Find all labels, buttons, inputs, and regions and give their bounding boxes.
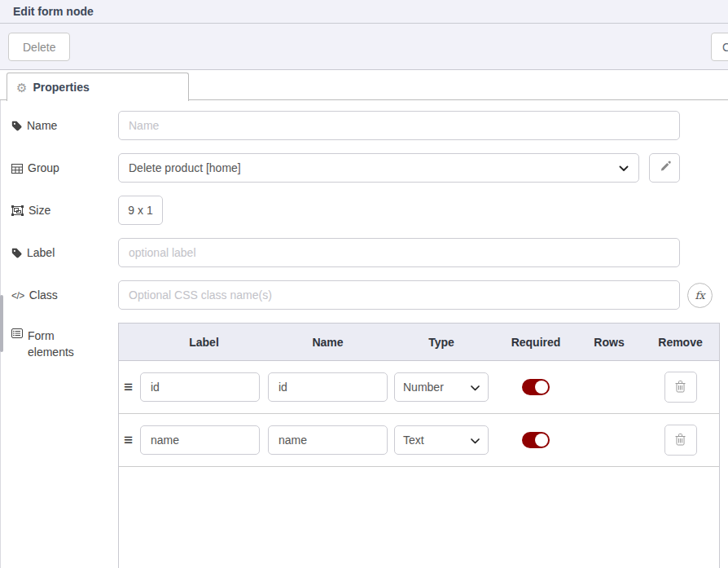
header-required: Required <box>495 324 577 360</box>
element-label-input[interactable] <box>140 425 260 455</box>
list-alt-icon <box>11 328 23 338</box>
drag-cell: ≡ <box>119 361 140 413</box>
header-type: Type <box>388 324 495 360</box>
toolbar: Delete Cancel <box>0 24 728 70</box>
size-label-text: Size <box>29 204 50 217</box>
element-type-select[interactable]: Text <box>394 425 489 455</box>
required-toggle[interactable] <box>522 379 550 395</box>
chevron-down-icon <box>471 434 480 447</box>
header-rows: Rows <box>577 324 642 360</box>
tab-bar: ⚙ Properties <box>0 70 728 100</box>
element-type-value: Text <box>403 434 424 447</box>
remove-element-button[interactable] <box>664 372 697 403</box>
form-elements-label-text: Form elements <box>28 328 81 361</box>
class-label-text: Class <box>29 288 58 302</box>
tag-icon <box>11 120 22 131</box>
name-input[interactable] <box>118 111 680 140</box>
drag-handle[interactable]: ≡ <box>119 378 133 396</box>
name-field-label: Name <box>11 119 118 132</box>
group-label-text: Group <box>28 161 59 174</box>
header-label: Label <box>140 324 268 360</box>
group-select-value: Delete product [home] <box>129 161 241 174</box>
dialog-title: Edit form node <box>13 5 94 18</box>
properties-panel: Name Group Delete product [home] <box>0 100 728 568</box>
tag-icon <box>11 247 22 258</box>
size-button[interactable]: 9 x 1 <box>118 196 163 225</box>
code-icon: </> <box>11 289 24 302</box>
label-field-label: Label <box>11 246 118 259</box>
edit-group-button[interactable] <box>649 153 680 183</box>
trash-icon <box>674 433 686 448</box>
group-field-label: Group <box>11 161 118 174</box>
label-input[interactable] <box>118 238 680 267</box>
class-field-label: </> Class <box>11 288 118 302</box>
drag-cell: ≡ <box>119 414 140 466</box>
table-row: ≡ Text <box>119 414 719 467</box>
header-spacer <box>119 324 140 360</box>
toggle-knob <box>535 381 548 394</box>
pencil-icon <box>659 161 671 175</box>
fx-icon: fx <box>695 289 704 302</box>
drag-handle[interactable]: ≡ <box>119 431 133 449</box>
tab-properties[interactable]: ⚙ Properties <box>7 73 189 101</box>
field-row-class: </> Class fx <box>11 280 728 310</box>
dialog-header: Edit form node <box>0 0 728 24</box>
name-label-text: Name <box>27 119 57 132</box>
field-row-size: Size 9 x 1 <box>11 196 728 225</box>
chevron-down-icon <box>471 381 480 394</box>
delete-button[interactable]: Delete <box>8 33 70 61</box>
group-select[interactable]: Delete product [home] <box>118 153 639 183</box>
element-name-input[interactable] <box>268 425 388 455</box>
table-icon <box>11 163 23 174</box>
trash-icon <box>674 380 686 395</box>
rows-cell <box>577 414 642 466</box>
header-remove: Remove <box>642 324 719 360</box>
rows-cell <box>577 361 642 413</box>
chevron-down-icon <box>619 161 629 174</box>
form-elements-table: Label Name Type Required Rows Remove ≡ <box>118 323 720 568</box>
element-type-select[interactable]: Number <box>394 372 489 402</box>
field-row-form-elements: Form elements Label Name Type Required R… <box>11 323 728 568</box>
expression-editor-button[interactable]: fx <box>687 283 713 308</box>
cancel-button[interactable]: Cancel <box>711 33 728 61</box>
field-row-group: Group Delete product [home] <box>11 153 728 183</box>
toggle-knob <box>535 434 548 447</box>
gear-icon: ⚙ <box>16 81 27 94</box>
table-header-row: Label Name Type Required Rows Remove <box>119 324 719 361</box>
class-input[interactable] <box>118 280 680 310</box>
element-name-input[interactable] <box>268 372 388 402</box>
label-label-text: Label <box>27 246 55 259</box>
scrollbar-thumb[interactable] <box>0 295 3 352</box>
remove-element-button[interactable] <box>664 425 697 456</box>
required-toggle[interactable] <box>522 432 550 448</box>
element-type-value: Number <box>403 381 444 394</box>
table-row: ≡ Number <box>119 361 719 414</box>
field-row-label: Label <box>11 238 728 267</box>
object-group-icon <box>11 205 24 216</box>
size-field-label: Size <box>11 204 118 217</box>
field-row-name: Name <box>11 111 728 140</box>
element-label-input[interactable] <box>140 372 260 402</box>
header-name: Name <box>268 324 388 360</box>
form-elements-field-label: Form elements <box>11 323 118 361</box>
tab-properties-label: Properties <box>33 81 89 94</box>
